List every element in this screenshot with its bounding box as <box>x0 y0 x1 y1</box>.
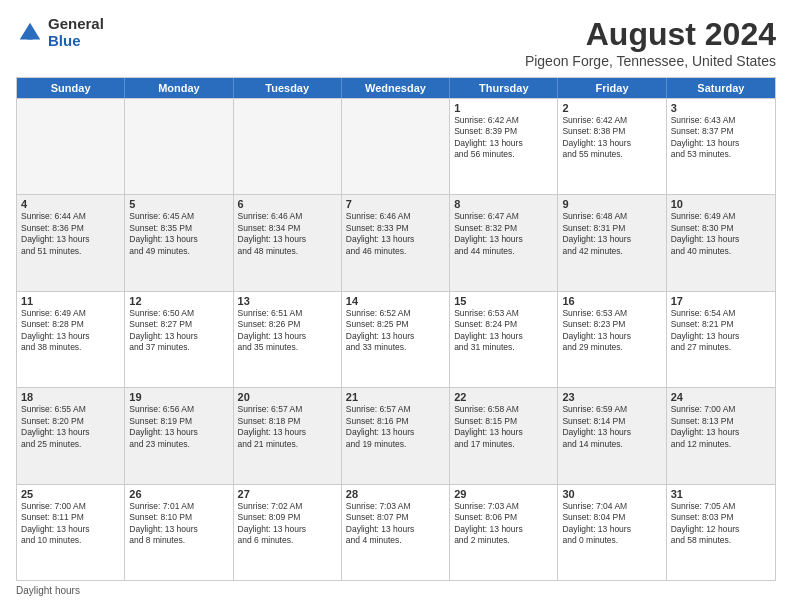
cell-line: Sunrise: 7:02 AM <box>238 501 337 512</box>
calendar-cell: 26Sunrise: 7:01 AMSunset: 8:10 PMDayligh… <box>125 485 233 580</box>
cell-line: Sunset: 8:20 PM <box>21 416 120 427</box>
cell-line: Daylight: 13 hours <box>671 331 771 342</box>
calendar-cell: 8Sunrise: 6:47 AMSunset: 8:32 PMDaylight… <box>450 195 558 290</box>
cell-line: Sunrise: 6:58 AM <box>454 404 553 415</box>
cell-line: Sunrise: 6:53 AM <box>562 308 661 319</box>
cell-line: Sunrise: 6:49 AM <box>21 308 120 319</box>
cell-line: Daylight: 13 hours <box>21 234 120 245</box>
day-number: 29 <box>454 488 553 500</box>
cell-line: Daylight: 13 hours <box>346 234 445 245</box>
cell-line: and 53 minutes. <box>671 149 771 160</box>
cell-line: and 2 minutes. <box>454 535 553 546</box>
cell-line: Sunrise: 6:49 AM <box>671 211 771 222</box>
cell-line: Daylight: 13 hours <box>454 234 553 245</box>
cell-line: Sunset: 8:39 PM <box>454 126 553 137</box>
cell-line: Sunrise: 6:48 AM <box>562 211 661 222</box>
day-number: 1 <box>454 102 553 114</box>
cell-line: Daylight: 13 hours <box>346 331 445 342</box>
cell-line: Daylight: 13 hours <box>129 331 228 342</box>
cell-line: Sunrise: 6:53 AM <box>454 308 553 319</box>
cell-line: Sunset: 8:35 PM <box>129 223 228 234</box>
cell-line: Sunset: 8:33 PM <box>346 223 445 234</box>
cell-line: Sunset: 8:34 PM <box>238 223 337 234</box>
day-number: 18 <box>21 391 120 403</box>
cell-line: and 29 minutes. <box>562 342 661 353</box>
day-number: 14 <box>346 295 445 307</box>
cell-line: Sunset: 8:13 PM <box>671 416 771 427</box>
cell-line: and 44 minutes. <box>454 246 553 257</box>
day-number: 25 <box>21 488 120 500</box>
cell-line: Sunrise: 6:44 AM <box>21 211 120 222</box>
day-number: 22 <box>454 391 553 403</box>
cell-line: Daylight: 13 hours <box>562 234 661 245</box>
calendar-cell: 2Sunrise: 6:42 AMSunset: 8:38 PMDaylight… <box>558 99 666 194</box>
cell-line: Daylight: 13 hours <box>671 234 771 245</box>
title-area: August 2024 Pigeon Forge, Tennessee, Uni… <box>525 16 776 69</box>
cell-line: Sunset: 8:07 PM <box>346 512 445 523</box>
cell-line: Daylight: 13 hours <box>671 138 771 149</box>
day-number: 12 <box>129 295 228 307</box>
day-number: 27 <box>238 488 337 500</box>
calendar-cell: 22Sunrise: 6:58 AMSunset: 8:15 PMDayligh… <box>450 388 558 483</box>
day-number: 24 <box>671 391 771 403</box>
cell-line: Sunset: 8:18 PM <box>238 416 337 427</box>
cell-line: and 27 minutes. <box>671 342 771 353</box>
calendar-cell: 1Sunrise: 6:42 AMSunset: 8:39 PMDaylight… <box>450 99 558 194</box>
cell-line: Sunrise: 6:59 AM <box>562 404 661 415</box>
cell-line: and 14 minutes. <box>562 439 661 450</box>
calendar-cell <box>234 99 342 194</box>
cell-line: Daylight: 13 hours <box>238 331 337 342</box>
calendar-cell: 28Sunrise: 7:03 AMSunset: 8:07 PMDayligh… <box>342 485 450 580</box>
cell-line: Daylight: 13 hours <box>21 427 120 438</box>
cell-line: and 23 minutes. <box>129 439 228 450</box>
cell-line: Daylight: 13 hours <box>454 427 553 438</box>
day-number: 26 <box>129 488 228 500</box>
footer-note: Daylight hours <box>16 585 776 596</box>
cell-line: Sunset: 8:09 PM <box>238 512 337 523</box>
cell-line: Sunset: 8:32 PM <box>454 223 553 234</box>
cell-line: Sunset: 8:27 PM <box>129 319 228 330</box>
cell-line: Sunrise: 7:00 AM <box>671 404 771 415</box>
day-number: 31 <box>671 488 771 500</box>
calendar-cell: 15Sunrise: 6:53 AMSunset: 8:24 PMDayligh… <box>450 292 558 387</box>
calendar-cell: 29Sunrise: 7:03 AMSunset: 8:06 PMDayligh… <box>450 485 558 580</box>
cell-line: Sunset: 8:23 PM <box>562 319 661 330</box>
logo-blue: Blue <box>48 33 104 50</box>
logo-icon <box>16 19 44 47</box>
cell-line: and 6 minutes. <box>238 535 337 546</box>
day-number: 19 <box>129 391 228 403</box>
calendar-cell <box>342 99 450 194</box>
calendar-cell: 7Sunrise: 6:46 AMSunset: 8:33 PMDaylight… <box>342 195 450 290</box>
header-day: Wednesday <box>342 78 450 98</box>
logo-text: General Blue <box>48 16 104 49</box>
calendar-cell: 4Sunrise: 6:44 AMSunset: 8:36 PMDaylight… <box>17 195 125 290</box>
cell-line: and 10 minutes. <box>21 535 120 546</box>
cell-line: Sunrise: 6:42 AM <box>454 115 553 126</box>
cell-line: Daylight: 13 hours <box>21 524 120 535</box>
cell-line: and 33 minutes. <box>346 342 445 353</box>
cell-line: and 55 minutes. <box>562 149 661 160</box>
calendar-body: 1Sunrise: 6:42 AMSunset: 8:39 PMDaylight… <box>17 98 775 580</box>
cell-line: Sunset: 8:10 PM <box>129 512 228 523</box>
day-number: 28 <box>346 488 445 500</box>
cell-line: Sunrise: 7:01 AM <box>129 501 228 512</box>
cell-line: Daylight: 13 hours <box>238 234 337 245</box>
cell-line: Sunset: 8:30 PM <box>671 223 771 234</box>
cell-line: and 0 minutes. <box>562 535 661 546</box>
cell-line: Sunset: 8:26 PM <box>238 319 337 330</box>
cell-line: Sunset: 8:04 PM <box>562 512 661 523</box>
day-number: 20 <box>238 391 337 403</box>
cell-line: Sunrise: 6:57 AM <box>346 404 445 415</box>
day-number: 2 <box>562 102 661 114</box>
cell-line: Sunset: 8:03 PM <box>671 512 771 523</box>
cell-line: Sunrise: 6:56 AM <box>129 404 228 415</box>
svg-rect-1 <box>27 33 33 39</box>
main-title: August 2024 <box>525 16 776 53</box>
cell-line: and 35 minutes. <box>238 342 337 353</box>
day-number: 4 <box>21 198 120 210</box>
calendar-cell: 20Sunrise: 6:57 AMSunset: 8:18 PMDayligh… <box>234 388 342 483</box>
cell-line: Sunrise: 7:03 AM <box>346 501 445 512</box>
cell-line: Sunset: 8:06 PM <box>454 512 553 523</box>
cell-line: and 51 minutes. <box>21 246 120 257</box>
cell-line: Sunrise: 6:52 AM <box>346 308 445 319</box>
